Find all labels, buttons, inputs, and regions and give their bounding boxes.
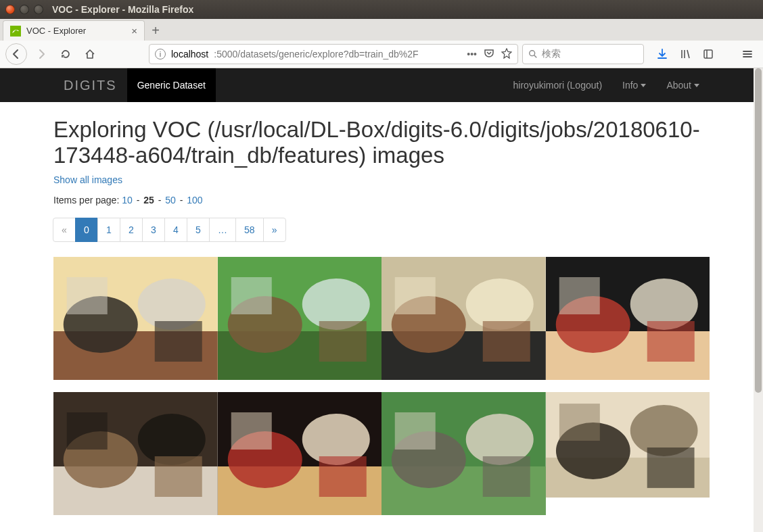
svg-rect-38 xyxy=(231,412,271,450)
svg-rect-44 xyxy=(395,412,436,450)
page-4[interactable]: 4 xyxy=(164,218,187,242)
url-bar[interactable]: i localhost :5000/datasets/generic/explo… xyxy=(149,44,518,64)
page-1[interactable]: 1 xyxy=(97,218,120,242)
img-woman-kitten[interactable] xyxy=(546,257,710,380)
nav-info-dropdown[interactable]: Info xyxy=(612,80,656,91)
svg-rect-19 xyxy=(483,321,530,362)
svg-rect-7 xyxy=(155,321,202,362)
svg-rect-50 xyxy=(559,404,599,441)
img-mother-child[interactable] xyxy=(218,392,382,515)
brand-logo[interactable]: DIGITS xyxy=(53,78,127,93)
window-maximize-button[interactable] xyxy=(34,5,43,14)
reload-button[interactable] xyxy=(55,44,76,64)
browser-tabstrip: VOC - Explorer × + xyxy=(0,19,763,41)
pagination: « 0 1 2 3 4 5 … 58 » xyxy=(53,218,710,242)
svg-rect-2 xyxy=(704,50,712,58)
page-viewport: DIGITS Generic Dataset hiroyukimori (Log… xyxy=(0,68,763,532)
new-tab-button[interactable]: + xyxy=(145,20,166,41)
svg-rect-0 xyxy=(10,26,21,37)
nav-about-dropdown[interactable]: About xyxy=(656,80,710,91)
browser-tab-title: VOC - Explorer xyxy=(26,26,86,36)
svg-rect-8 xyxy=(67,277,108,314)
page-0[interactable]: 0 xyxy=(75,218,98,242)
app-navbar: DIGITS Generic Dataset hiroyukimori (Log… xyxy=(0,68,763,102)
tab-close-icon[interactable]: × xyxy=(131,25,137,37)
browser-tab-active[interactable]: VOC - Explorer × xyxy=(3,20,145,41)
bookmark-star-icon[interactable] xyxy=(501,48,512,61)
img-living-room[interactable] xyxy=(382,257,546,380)
window-minimize-button[interactable] xyxy=(20,5,29,14)
caret-down-icon xyxy=(694,84,699,87)
page-next[interactable]: » xyxy=(263,218,286,242)
caret-down-icon xyxy=(641,84,646,87)
page-prev[interactable]: « xyxy=(53,218,76,242)
forward-button[interactable] xyxy=(31,44,51,64)
svg-rect-32 xyxy=(67,412,108,450)
browser-toolbar: i localhost :5000/datasets/generic/explo… xyxy=(0,41,763,68)
svg-point-1 xyxy=(530,51,535,56)
search-placeholder: 検索 xyxy=(542,48,561,60)
search-bar[interactable]: 検索 xyxy=(522,44,644,64)
img-greyhound-run[interactable] xyxy=(382,392,546,515)
nvidia-favicon-icon xyxy=(10,26,21,37)
library-button[interactable] xyxy=(675,44,695,64)
gallery-row-1 xyxy=(53,257,710,380)
svg-rect-31 xyxy=(155,456,202,497)
img-sheep[interactable] xyxy=(546,392,710,498)
sidebar-button[interactable] xyxy=(698,44,718,64)
svg-rect-43 xyxy=(483,456,530,497)
svg-rect-37 xyxy=(319,456,366,497)
svg-rect-25 xyxy=(647,321,694,362)
page-58[interactable]: 58 xyxy=(235,218,264,242)
vertical-scrollbar[interactable] xyxy=(754,68,763,532)
image-gallery xyxy=(53,257,710,515)
search-icon xyxy=(528,49,538,59)
ipp-50[interactable]: 50 xyxy=(165,195,176,205)
show-all-images-link[interactable]: Show all images xyxy=(53,174,710,185)
back-button[interactable] xyxy=(5,43,27,65)
page-5[interactable]: 5 xyxy=(187,218,210,242)
ipp-label: Items per page: xyxy=(53,195,119,205)
page-content: Exploring VOC (/usr/local/DL-Box/digits-… xyxy=(53,102,710,515)
svg-rect-13 xyxy=(319,321,366,362)
pocket-icon[interactable] xyxy=(484,48,494,61)
gallery-row-2 xyxy=(53,392,710,515)
ipp-100[interactable]: 100 xyxy=(187,195,202,205)
svg-rect-14 xyxy=(231,277,271,314)
page-2[interactable]: 2 xyxy=(120,218,143,242)
window-titlebar: VOC - Explorer - Mozilla Firefox xyxy=(0,0,763,19)
nav-generic-dataset[interactable]: Generic Dataset xyxy=(127,68,216,102)
menu-button[interactable] xyxy=(737,44,758,64)
window-close-button[interactable] xyxy=(5,5,15,14)
site-info-icon[interactable]: i xyxy=(155,49,166,59)
img-pitbull-door[interactable] xyxy=(53,392,218,515)
img-interior-dining[interactable] xyxy=(53,257,218,380)
url-host: localhost xyxy=(171,49,208,59)
img-cows-field[interactable] xyxy=(218,257,382,380)
ipp-25: 25 xyxy=(143,195,154,205)
meatball-icon[interactable]: ••• xyxy=(467,49,477,59)
window-title: VOC - Explorer - Mozilla Firefox xyxy=(52,4,193,15)
home-button[interactable] xyxy=(80,44,100,64)
svg-rect-20 xyxy=(395,277,436,314)
page-ellipsis[interactable]: … xyxy=(209,218,236,242)
page-title: Exploring VOC (/usr/local/DL-Box/digits-… xyxy=(53,117,710,168)
svg-rect-49 xyxy=(647,448,694,488)
downloads-button[interactable] xyxy=(652,44,672,64)
nav-user-logout[interactable]: hiroyukimori (Logout) xyxy=(503,80,613,91)
svg-rect-26 xyxy=(559,277,599,314)
items-per-page: Items per page: 10 - 25 - 50 - 100 xyxy=(53,195,710,205)
page-3[interactable]: 3 xyxy=(142,218,165,242)
ipp-10[interactable]: 10 xyxy=(122,195,133,205)
url-path: :5000/datasets/generic/explore?db=train_… xyxy=(214,49,461,59)
